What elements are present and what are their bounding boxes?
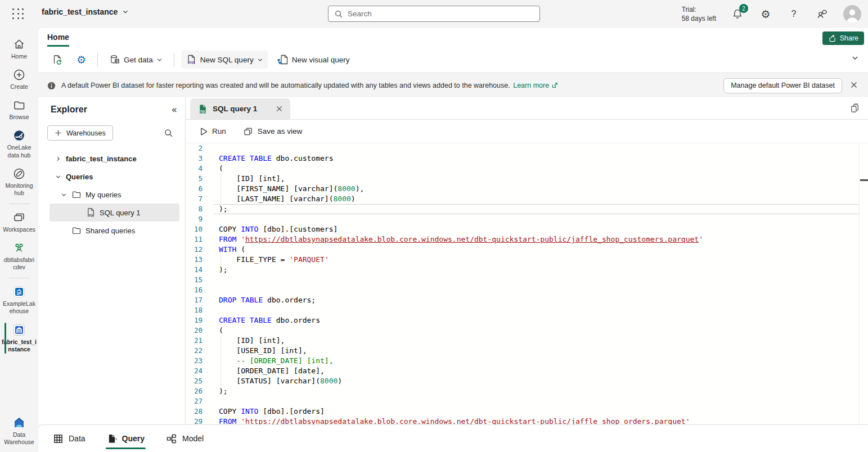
- query-tab[interactable]: SQL SQL query 1: [190, 98, 290, 119]
- rail-item-monitoring-hub[interactable]: Monitoringhub: [0, 163, 38, 201]
- line-number[interactable]: 25: [186, 376, 208, 386]
- workspace-switcher[interactable]: fabric_test_instance: [42, 7, 129, 16]
- code-line-6[interactable]: 6 [FIRST_NAME] [varchar](8000),: [186, 184, 868, 194]
- line-number[interactable]: 29: [186, 417, 208, 424]
- code-line-19[interactable]: 19CREATE TABLE dbo.orders: [186, 315, 868, 326]
- rail-item-home[interactable]: Home: [0, 34, 38, 64]
- collapse-explorer-button[interactable]: «: [172, 104, 177, 115]
- line-number[interactable]: 14: [186, 265, 208, 275]
- rail-item-fabric-test-instance[interactable]: fabric_test_instance: [0, 319, 38, 357]
- save-as-view-button[interactable]: Save as view: [237, 123, 308, 140]
- code-line-26[interactable]: 26);: [186, 386, 868, 396]
- line-number[interactable]: 12: [186, 245, 208, 255]
- rail-item-workspaces[interactable]: Workspaces: [0, 207, 38, 237]
- ribbon-tab-home[interactable]: Home: [47, 33, 69, 47]
- close-query-tab-button[interactable]: [274, 103, 285, 114]
- tree-item-queries[interactable]: Queries: [50, 168, 179, 186]
- overview-ruler[interactable]: [859, 143, 860, 424]
- add-warehouses-button[interactable]: Warehouses: [47, 125, 113, 141]
- share-button[interactable]: Share: [822, 31, 864, 45]
- tree-item-shared-queries[interactable]: Shared queries: [50, 222, 179, 239]
- collapse-ribbon-button[interactable]: [851, 54, 859, 64]
- code-line-12[interactable]: 12WITH (: [186, 245, 868, 255]
- search-input[interactable]: [348, 10, 534, 18]
- line-number[interactable]: 15: [186, 275, 208, 285]
- explorer-search-button[interactable]: [161, 126, 175, 140]
- line-number[interactable]: 17: [186, 295, 208, 305]
- line-number[interactable]: 3: [186, 153, 208, 164]
- line-number[interactable]: 16: [186, 285, 208, 295]
- line-number[interactable]: 26: [186, 386, 208, 396]
- line-number[interactable]: 28: [186, 406, 208, 417]
- rail-item-data-warehouse[interactable]: DataWarehouse: [0, 412, 38, 450]
- scrollbar-position-marker[interactable]: [860, 179, 868, 181]
- line-number[interactable]: 11: [186, 234, 208, 245]
- get-data-button[interactable]: Get data: [105, 51, 167, 69]
- rail-item-dbtlabsfabricdev[interactable]: dbtlabsfabricdev: [0, 237, 38, 275]
- code-line-5[interactable]: 5 [ID] [int],: [186, 174, 868, 184]
- app-launcher-waffle-icon[interactable]: [11, 7, 26, 21]
- code-line-2[interactable]: 2: [186, 143, 868, 153]
- account-avatar[interactable]: [843, 5, 861, 23]
- line-number[interactable]: 27: [186, 396, 208, 406]
- tab-data[interactable]: Data: [52, 425, 87, 452]
- code-line-14[interactable]: 14);: [186, 265, 868, 275]
- line-number[interactable]: 13: [186, 255, 208, 265]
- line-number[interactable]: 8: [186, 204, 208, 214]
- help-button[interactable]: ?: [787, 7, 800, 21]
- tree-item-fabric-test-instance[interactable]: fabric_test_instance: [50, 150, 179, 168]
- line-number[interactable]: 23: [186, 356, 208, 366]
- code-line-7[interactable]: 7 [LAST_NAME] [varchar](8000): [186, 194, 868, 204]
- copy-button[interactable]: [849, 102, 860, 115]
- line-number[interactable]: 19: [186, 315, 208, 326]
- tab-model[interactable]: Model: [165, 425, 205, 452]
- line-number[interactable]: 4: [186, 164, 208, 174]
- notifications-button[interactable]: 2: [731, 7, 744, 21]
- chevron-down-icon[interactable]: [60, 192, 68, 198]
- banner-close-button[interactable]: [848, 79, 860, 93]
- line-number[interactable]: 6: [186, 184, 208, 194]
- line-number[interactable]: 7: [186, 194, 208, 204]
- tree-item-my-queries[interactable]: My queries: [50, 186, 179, 204]
- settings-button[interactable]: ⚙: [759, 7, 772, 21]
- code-line-27[interactable]: 27: [186, 396, 868, 406]
- code-line-21[interactable]: 21 [ID] [int],: [186, 336, 868, 346]
- code-line-8[interactable]: 8);: [186, 204, 868, 214]
- code-line-11[interactable]: 11FROM 'https://dbtlabsynapsedatalake.bl…: [186, 234, 868, 245]
- feedback-button[interactable]: [815, 7, 829, 21]
- sql-code-editor[interactable]: 23CREATE TABLE dbo.customers4(5 [ID] [in…: [186, 143, 868, 424]
- code-line-22[interactable]: 22 [USER_ID] [int],: [186, 346, 868, 356]
- new-visual-query-button[interactable]: New visual query: [272, 51, 354, 69]
- chevron-down-icon[interactable]: [54, 174, 62, 180]
- code-line-18[interactable]: 18: [186, 305, 868, 315]
- rail-item-browse[interactable]: Browse: [0, 94, 38, 125]
- code-line-15[interactable]: 15: [186, 275, 868, 285]
- line-number[interactable]: 5: [186, 174, 208, 184]
- line-number[interactable]: 24: [186, 366, 208, 376]
- run-button[interactable]: Run: [194, 124, 232, 139]
- rail-item-create[interactable]: Create: [0, 64, 38, 94]
- code-line-23[interactable]: 23 -- [ORDER_DATE] [int],: [186, 356, 868, 366]
- code-line-10[interactable]: 10COPY INTO [dbo].[customers]: [186, 224, 868, 234]
- code-line-16[interactable]: 16: [186, 285, 868, 295]
- line-number[interactable]: 10: [186, 224, 208, 234]
- query-settings-button[interactable]: ⚙: [72, 51, 91, 69]
- tab-query[interactable]: Query: [106, 425, 146, 452]
- code-line-17[interactable]: 17DROP TABLE dbo.orders;: [186, 295, 868, 305]
- code-line-28[interactable]: 28COPY INTO [dbo].[orders]: [186, 406, 868, 417]
- code-line-13[interactable]: 13 FILE_TYPE = 'PARQUET': [186, 255, 868, 265]
- code-line-29[interactable]: 29FROM 'https://dbtlabsynapsedatalake.bl…: [186, 417, 868, 424]
- code-line-20[interactable]: 20(: [186, 326, 868, 336]
- code-line-4[interactable]: 4(: [186, 164, 868, 174]
- manage-default-dataset-button[interactable]: Manage default Power BI dataset: [723, 78, 842, 93]
- search-box[interactable]: [328, 6, 540, 22]
- code-line-3[interactable]: 3CREATE TABLE dbo.customers: [186, 153, 868, 164]
- learn-more-link[interactable]: Learn more: [513, 82, 558, 89]
- line-number[interactable]: 2: [186, 143, 208, 153]
- refresh-script-button[interactable]: [47, 51, 68, 69]
- rail-item-examplelakehouse[interactable]: ExampleLakehouse: [0, 281, 38, 319]
- chevron-right-icon[interactable]: [54, 156, 62, 162]
- line-number[interactable]: 20: [186, 326, 208, 336]
- line-number[interactable]: 21: [186, 336, 208, 346]
- new-sql-query-button[interactable]: SQL New SQL query: [181, 51, 268, 69]
